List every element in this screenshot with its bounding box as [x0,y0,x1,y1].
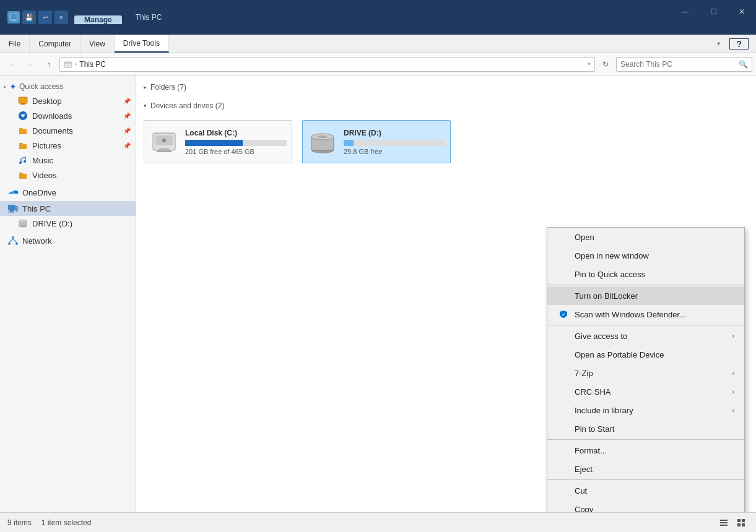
tab-drive-tools[interactable]: Drive Tools [115,35,169,53]
drives-arrow: ▾ [144,103,147,109]
item-count: 9 items [7,518,32,527]
svg-rect-9 [8,205,15,210]
drive-d-icon-main [308,127,337,157]
ctx-give-access-arrow: › [732,333,734,340]
svg-point-8 [24,160,26,163]
sidebar-pictures-label: Pictures [32,141,119,150]
sidebar-item-this-pc[interactable]: This PC [0,201,136,216]
svg-rect-3 [19,97,27,103]
view-controls [716,516,749,530]
ribbon: File Computer View Drive Tools ▾ ? [0,35,756,53]
svg-rect-37 [742,523,745,526]
ctx-give-access-icon [557,331,570,341]
search-input[interactable] [620,60,736,69]
ctx-pin-icon [557,269,570,279]
tab-computer[interactable]: Computer [30,35,80,53]
ctx-pin-start[interactable]: Pin to Start [547,419,744,438]
drive-item-c[interactable]: Local Disk (C:) 201 GB free of 465 GB [144,120,292,163]
drives-section-header[interactable]: ▾ Devices and drives (2) [144,99,749,113]
ctx-pin-start-icon [557,424,570,434]
ctx-include-library[interactable]: Include in library › [547,401,744,419]
qa-undo-icon[interactable]: ↩ [38,11,52,24]
sidebar-item-drive-d[interactable]: DRIVE (D:) [0,216,136,231]
qa-customize-icon[interactable]: ▾ [54,11,68,24]
svg-rect-4 [20,103,25,105]
ctx-bitlocker-icon [557,291,570,301]
drive-c-info: Local Disk (C:) 201 GB free of 465 GB [185,129,287,155]
sidebar-item-onedrive[interactable]: OneDrive [0,185,136,200]
up-button[interactable]: ↑ [41,56,57,72]
ctx-open-new-window[interactable]: Open in new window [547,246,744,265]
quick-access-header[interactable]: ▸ ✦ Quick access [0,78,136,93]
drive-d-info: DRIVE (D:) 29.8 GB free [344,129,445,155]
drives-label: Devices and drives (2) [150,101,224,110]
svg-rect-34 [737,519,741,522]
sidebar-item-network[interactable]: Network [0,233,136,248]
status-bar: 9 items 1 item selected [0,512,756,532]
folders-section-header[interactable]: ▸ Folders (7) [144,80,749,94]
ctx-open-icon [557,232,570,242]
downloads-pin-icon: 📌 [123,113,131,119]
svg-rect-31 [720,520,728,521]
ctx-sep-4 [547,479,744,480]
ctx-crc-sha[interactable]: CRC SHA › [547,382,744,401]
back-button[interactable]: ‹ [4,56,20,72]
address-path[interactable]: › This PC ▾ [59,57,595,72]
qa-save-icon[interactable]: 💾 [22,11,36,24]
ctx-give-access[interactable]: Give access to › [547,327,744,345]
ctx-format[interactable]: Format... [547,441,744,460]
maximize-button[interactable]: ☐ [699,2,728,21]
sidebar-item-pictures[interactable]: Pictures 📌 [0,138,136,153]
tab-file[interactable]: File [0,35,30,53]
minimize-button[interactable]: — [671,2,699,21]
drive-c-icon [149,127,179,157]
ctx-copy[interactable]: Copy [547,500,744,512]
svg-rect-35 [742,519,745,522]
ctx-pin-quick-access[interactable]: Pin to Quick access [547,265,744,283]
svg-rect-33 [720,525,728,526]
ctx-cut-icon [557,486,570,496]
drive-c-name: Local Disk (C:) [185,129,287,137]
documents-icon [17,125,28,136]
close-button[interactable]: ✕ [728,2,756,21]
search-box[interactable]: 🔍 [616,57,752,72]
quick-access-label: Quick access [19,82,63,91]
svg-rect-24 [157,150,172,152]
tab-view[interactable]: View [80,35,115,53]
sidebar-this-pc-label: This PC [22,204,131,213]
app-icon [7,11,20,24]
drive-c-bar-bg [185,140,287,146]
sidebar-item-videos[interactable]: Videos [0,168,136,182]
window-controls: — ☐ ✕ [671,0,756,35]
list-view-button[interactable] [716,516,731,530]
folder-icon [64,60,72,69]
tiles-view-icon [737,518,745,527]
ctx-cut[interactable]: Cut [547,481,744,500]
ctx-defender[interactable]: ✓ Scan with Windows Defender... [547,305,744,324]
ctx-bitlocker[interactable]: Turn on BitLocker [547,286,744,305]
ctx-7zip-icon [557,368,570,378]
ctx-eject[interactable]: Eject [547,460,744,478]
content-area: ▸ Folders (7) ▾ Devices and drives (2) [136,75,756,512]
folders-label: Folders (7) [150,83,186,92]
window-title: This PC [126,13,172,22]
forward-button[interactable]: › [22,56,38,72]
path-dropdown-arrow[interactable]: ▾ [588,61,591,67]
sidebar-item-documents[interactable]: Documents 📌 [0,123,136,138]
refresh-button[interactable]: ↻ [597,56,614,72]
manage-tab[interactable]: Manage [74,15,122,24]
tiles-view-button[interactable] [734,516,749,530]
sidebar-item-desktop[interactable]: Desktop 📌 [0,93,136,108]
ctx-7zip[interactable]: 7-Zip › [547,364,744,382]
sidebar-item-music[interactable]: Music [0,153,136,168]
sidebar-item-downloads[interactable]: Downloads 📌 [0,108,136,123]
ctx-open[interactable]: Open [547,228,744,246]
drive-d-bar-bg [344,140,445,146]
help-button[interactable]: ? [729,38,749,49]
svg-point-17 [8,242,11,245]
ctx-portable-device[interactable]: Open as Portable Device [547,345,744,364]
svg-rect-32 [720,522,728,523]
drives-grid: Local Disk (C:) 201 GB free of 465 GB [144,115,749,168]
title-bar-left: 💾 ↩ ▾ Manage This PC [0,0,176,35]
drive-item-d[interactable]: DRIVE (D:) 29.8 GB free [302,120,451,163]
